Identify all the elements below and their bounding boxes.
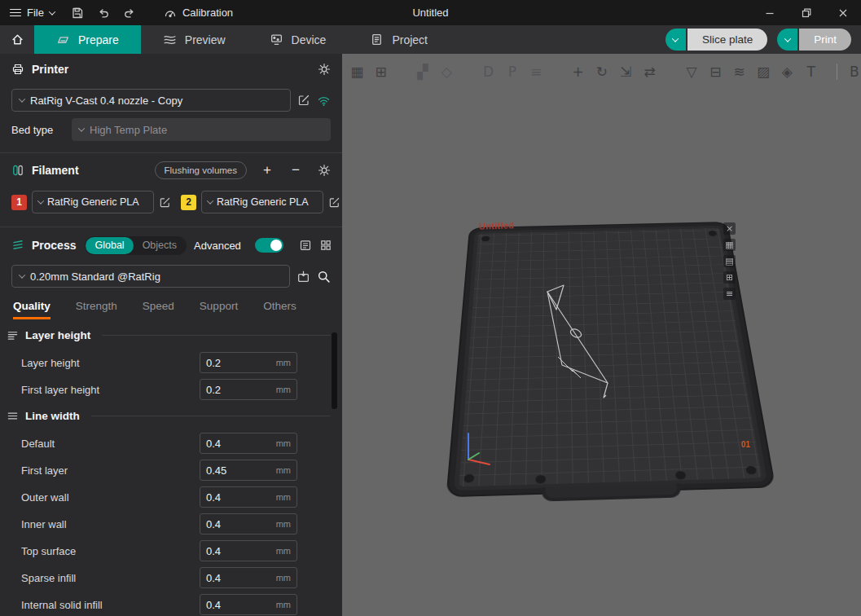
process-preset-select[interactable]: 0.20mm Standard @RatRig	[11, 265, 290, 288]
slice-plate-label[interactable]: Slice plate	[686, 29, 767, 51]
printer-preset-row: RatRig V-Cast 0.4 nozzle - Copy	[11, 89, 331, 112]
printer-settings-gear-icon[interactable]	[318, 63, 331, 76]
lay-flat-icon[interactable]: ▽	[685, 63, 698, 81]
close-button[interactable]	[824, 0, 861, 25]
line-width-first-layer-input[interactable]: 0.45 mm	[200, 460, 297, 481]
group-line-width: Line width	[7, 407, 331, 425]
setting-row: Sparse infill 0.4 mm	[7, 567, 342, 588]
save-preset-icon[interactable]	[297, 270, 310, 284]
edit-filament-1-icon[interactable]	[159, 196, 171, 209]
plate-arrange-icon[interactable]: ▦	[723, 239, 736, 251]
settings-scrollbar[interactable]	[332, 332, 337, 409]
setting-value[interactable]: 0.4	[206, 438, 276, 450]
tab-device[interactable]: Device	[248, 25, 349, 54]
tab-preview[interactable]: Preview	[141, 25, 248, 54]
mirror-icon[interactable]: ⇄	[643, 63, 656, 81]
line-width-internal-solid-infill-input[interactable]: 0.4 mm	[200, 594, 297, 615]
plate-lock-icon[interactable]: ≡	[723, 288, 736, 300]
add-filament-button[interactable]: +	[261, 164, 274, 177]
split-to-parts-icon[interactable]: P	[506, 63, 519, 81]
tab-prepare[interactable]: Prepare	[34, 25, 141, 54]
plate-close-icon[interactable]: ×	[723, 222, 736, 235]
compare-presets-icon[interactable]	[319, 239, 332, 252]
edit-printer-icon[interactable]	[297, 94, 310, 107]
tab-quality[interactable]: Quality	[13, 300, 51, 319]
split-to-objects-icon[interactable]: D	[481, 63, 494, 81]
advanced-toggle[interactable]	[255, 238, 283, 253]
scope-objects-button[interactable]: Objects	[134, 237, 186, 254]
tab-speed[interactable]: Speed	[143, 300, 174, 319]
remove-filament-button[interactable]: −	[289, 164, 302, 177]
tab-others[interactable]: Others	[263, 300, 297, 319]
line-width-sparse-infill-input[interactable]: 0.4 mm	[200, 567, 297, 588]
setting-value[interactable]: 0.2	[206, 384, 276, 396]
scope-global-button[interactable]: Global	[86, 237, 133, 254]
add-plate-icon[interactable]: ▦	[350, 63, 363, 81]
app-window: File Calibration Untitled	[0, 0, 861, 616]
filament-1-badge[interactable]: 1	[11, 195, 27, 210]
filament-1-select[interactable]: RatRig Generic PLA	[32, 191, 154, 213]
edit-filament-2-icon[interactable]	[328, 196, 340, 209]
undo-button[interactable]	[90, 0, 116, 25]
plate-rename-icon[interactable]: ▤	[723, 255, 736, 267]
assembly-view-icon[interactable]: B	[848, 63, 861, 81]
scale-icon[interactable]: ⇲	[619, 63, 632, 81]
variable-layer-height-icon[interactable]: ≋	[732, 63, 745, 81]
home-tab[interactable]	[0, 25, 34, 54]
line-width-default-input[interactable]: 0.4 mm	[200, 433, 297, 454]
first-layer-height-input[interactable]: 0.2 mm	[200, 379, 297, 400]
setting-value[interactable]: 0.4	[206, 599, 276, 611]
setting-label: First layer height	[7, 384, 200, 396]
filament-icon	[11, 164, 24, 177]
arrange-icon[interactable]: ▞	[416, 63, 429, 81]
setting-value[interactable]: 0.45	[206, 464, 276, 477]
chevron-down-icon	[37, 197, 44, 204]
settings-list-icon[interactable]	[299, 239, 312, 252]
cut-icon[interactable]: ⊟	[709, 63, 722, 81]
rotate-icon[interactable]: ↻	[595, 63, 608, 81]
maximize-button[interactable]	[788, 0, 824, 25]
print-dropdown-chevron-icon[interactable]	[777, 29, 797, 51]
slice-dropdown-chevron-icon[interactable]	[666, 29, 686, 51]
filament-2-badge[interactable]: 2	[181, 195, 196, 210]
print-button[interactable]: Print	[777, 29, 851, 51]
model-wireframe[interactable]	[525, 282, 623, 420]
setting-value[interactable]: 0.4	[206, 518, 276, 530]
tab-strength[interactable]: Strength	[76, 300, 117, 319]
line-width-inner-wall-input[interactable]: 0.4 mm	[200, 513, 297, 535]
setting-value[interactable]: 0.4	[206, 572, 276, 584]
object-list-icon[interactable]: ≡	[529, 63, 543, 81]
tab-support[interactable]: Support	[200, 300, 238, 319]
setting-value[interactable]: 0.2	[206, 357, 276, 369]
add-printable-plate-icon[interactable]: ⊞	[374, 63, 387, 81]
print-label[interactable]: Print	[797, 29, 851, 51]
flushing-volumes-button[interactable]: Flushing volumes	[155, 161, 247, 179]
support-paint-icon[interactable]: ▨	[757, 63, 770, 81]
line-width-top-surface-input[interactable]: 0.4 mm	[200, 540, 297, 561]
seam-paint-icon[interactable]: ◈	[780, 63, 793, 81]
file-menu-button[interactable]: File	[0, 0, 64, 25]
move-icon[interactable]: +	[571, 63, 584, 81]
calibration-button[interactable]: Calibration	[154, 0, 243, 25]
scope-toggle: Global Objects	[85, 236, 187, 255]
setting-value[interactable]: 0.4	[206, 545, 276, 557]
line-width-outer-wall-input[interactable]: 0.4 mm	[200, 486, 297, 508]
plate-settings-icon[interactable]: ⊞	[723, 271, 736, 284]
filament-2-select[interactable]: RatRig Generic PLA	[201, 191, 323, 213]
setting-value[interactable]: 0.4	[206, 491, 276, 504]
chevron-down-icon	[49, 8, 55, 15]
printer-preset-select[interactable]: RatRig V-Cast 0.4 nozzle - Copy	[11, 89, 291, 112]
layer-height-input[interactable]: 0.2 mm	[200, 352, 297, 373]
slice-plate-button[interactable]: Slice plate	[666, 29, 767, 51]
tab-project[interactable]: Project	[348, 25, 450, 54]
search-preset-icon[interactable]	[317, 270, 331, 284]
printer-connection-wifi-icon[interactable]	[317, 95, 331, 107]
redo-button[interactable]	[116, 0, 143, 25]
save-button[interactable]	[64, 0, 90, 25]
bed-type-select[interactable]: High Temp Plate	[72, 118, 331, 141]
text-tool-icon[interactable]: T	[805, 63, 818, 81]
viewport-3d[interactable]: ▦ ⊞ ▞ ◇ D P ≡ + ↻ ⇲ ⇄ ▽ ⊟ ≋ ▨ ◈ T B	[342, 54, 861, 616]
auto-orient-icon[interactable]: ◇	[440, 63, 453, 81]
filament-settings-gear-icon[interactable]	[318, 164, 331, 177]
minimize-button[interactable]	[751, 0, 788, 25]
